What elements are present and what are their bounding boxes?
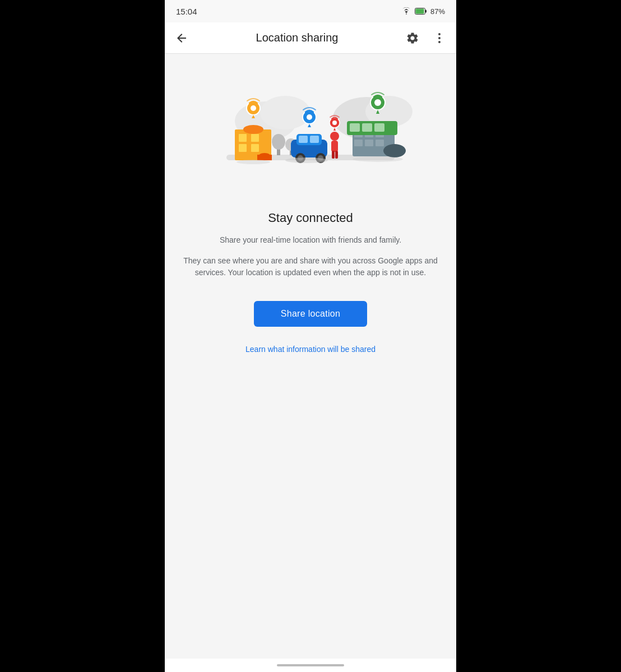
back-icon [175,31,188,45]
phone-frame: 15:04 87% [165,0,456,672]
more-vert-icon [433,31,446,45]
home-indicator [165,659,456,672]
svg-rect-16 [257,155,272,160]
svg-rect-37 [335,151,338,159]
svg-rect-15 [251,144,259,152]
page-title: Location sharing [194,31,400,44]
wifi-icon [401,7,411,15]
svg-rect-44 [354,140,363,146]
gear-icon [406,31,419,45]
content-area: Stay connected Share your real-time loca… [165,54,456,659]
status-time: 15:04 [176,7,197,16]
svg-point-3 [438,33,441,35]
svg-point-19 [251,105,256,111]
svg-rect-1 [425,10,427,13]
svg-rect-36 [332,151,335,159]
svg-point-39 [332,121,337,125]
illustration [204,65,417,200]
svg-rect-49 [362,123,372,132]
action-icons [400,26,452,50]
svg-rect-50 [374,123,384,132]
svg-point-54 [285,157,328,163]
svg-point-53 [383,144,406,157]
svg-rect-35 [331,141,338,152]
svg-rect-2 [415,9,424,14]
svg-rect-14 [239,144,247,152]
learn-link[interactable]: Learn what information will be shared [245,345,376,354]
back-button[interactable] [169,26,194,50]
home-bar [277,664,344,666]
battery-icon [415,8,427,15]
svg-rect-45 [365,140,373,146]
svg-point-7 [260,96,310,129]
svg-point-55 [237,160,270,164]
app-bar: Location sharing [165,22,456,54]
svg-point-34 [330,132,339,141]
svg-point-17 [243,125,263,134]
svg-point-52 [374,99,381,106]
description-2: They can see where you are and share wit… [178,255,443,279]
description-1: Share your real-time location with frien… [220,234,401,246]
more-options-button[interactable] [427,26,452,50]
main-heading: Stay connected [268,211,353,225]
share-location-button[interactable]: Share location [254,301,368,327]
battery-percent: 87% [430,7,445,16]
settings-button[interactable] [400,26,425,50]
svg-point-33 [307,114,312,120]
status-icons: 87% [401,7,445,16]
svg-rect-13 [251,134,259,142]
svg-rect-12 [239,134,247,142]
status-bar: 15:04 87% [165,0,456,22]
svg-rect-46 [376,140,384,146]
svg-point-5 [438,41,441,43]
svg-point-21 [272,134,285,150]
svg-rect-26 [299,136,308,143]
svg-point-56 [353,156,403,162]
svg-point-4 [438,37,441,39]
svg-rect-48 [350,123,360,132]
svg-rect-27 [310,136,319,143]
